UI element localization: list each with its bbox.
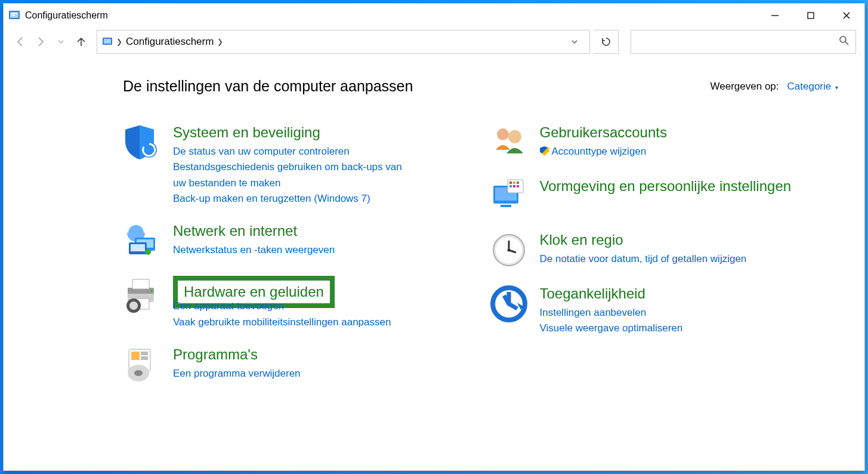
programs-icon [123, 346, 161, 384]
category-programs: Programma's Een programma verwijderen [123, 346, 472, 384]
accessibility-icon [490, 285, 528, 323]
category-title[interactable]: Hardware en geluiden [184, 284, 324, 300]
window-title: Configuratiescherm [25, 10, 108, 21]
category-appearance: Vormgeving en persoonlijke instellingen [490, 177, 839, 216]
printer-icon [123, 276, 161, 314]
svg-point-33 [508, 130, 521, 143]
search-icon[interactable] [839, 35, 850, 48]
category-link[interactable]: De notatie voor datum, tijd of getallen … [540, 251, 784, 267]
svg-rect-43 [517, 185, 519, 187]
category-system-security: Systeem en beveiliging De status van uw … [123, 124, 472, 207]
category-title[interactable]: Systeem en beveiliging [173, 124, 472, 141]
chevron-right-icon[interactable]: ❯ [217, 38, 223, 46]
svg-rect-9 [104, 39, 111, 44]
control-panel-window: Configuratiescherm [3, 3, 865, 471]
svg-point-23 [150, 290, 153, 292]
category-link[interactable]: Bestandsgeschiedenis gebruiken om back-u… [173, 159, 418, 191]
view-by-value[interactable]: Categorie [787, 81, 832, 92]
shield-icon [123, 124, 161, 162]
svg-rect-36 [501, 205, 511, 207]
svg-rect-38 [509, 181, 512, 184]
caret-down-icon: ▾ [835, 84, 838, 91]
svg-point-25 [129, 301, 138, 310]
svg-rect-42 [513, 185, 515, 187]
category-title[interactable]: Gebruikersaccounts [540, 124, 839, 141]
view-by-label: Weergeven op: [711, 81, 779, 93]
category-link[interactable]: Een programma verwijderen [173, 366, 418, 381]
svg-rect-3 [11, 15, 15, 16]
svg-rect-27 [131, 352, 140, 360]
category-link[interactable]: Instellingen aanbevelen [540, 305, 784, 321]
control-panel-app-icon [8, 10, 20, 21]
category-title[interactable]: Toegankelijkheid [540, 285, 839, 303]
close-button[interactable] [829, 4, 864, 27]
titlebar: Configuratiescherm [4, 4, 864, 27]
view-by-selector[interactable]: Weergeven op: Categorie ▾ [711, 81, 838, 93]
category-hardware-sound: Hardware en geluiden Apparaten en printe… [123, 276, 472, 330]
navbar: ❯ Configuratiescherm ❯ [4, 27, 864, 56]
category-link[interactable]: Vaak gebruikte mobiliteitsinstellingen a… [173, 315, 418, 330]
category-accessibility: Toegankelijkheid Instellingen aanbevelen… [490, 285, 839, 337]
category-clock-region: Klok en regio De notatie voor datum, tij… [490, 231, 839, 269]
category-user-accounts: Gebruikersaccounts Accounttype wijzigen [490, 124, 839, 162]
page-title: De instellingen van de computer aanpasse… [123, 78, 413, 95]
clock-icon [490, 231, 528, 269]
svg-rect-5 [808, 13, 814, 19]
category-title[interactable]: Programma's [173, 346, 472, 364]
back-button[interactable] [12, 33, 29, 50]
recent-locations-dropdown[interactable] [52, 33, 69, 50]
address-history-dropdown[interactable] [564, 38, 585, 45]
svg-point-31 [134, 370, 143, 376]
category-link[interactable]: Accounttype wijzigen [540, 144, 784, 159]
minimize-button[interactable] [757, 4, 793, 27]
svg-rect-21 [132, 279, 149, 289]
refresh-button[interactable] [594, 30, 619, 54]
category-link[interactable]: Visuele weergave optimaliseren [540, 321, 784, 336]
svg-point-18 [145, 249, 151, 255]
svg-rect-17 [131, 244, 145, 251]
svg-rect-40 [517, 181, 519, 184]
category-title[interactable]: Klok en regio [540, 231, 839, 249]
address-bar[interactable]: ❯ Configuratiescherm ❯ [97, 30, 590, 54]
svg-point-10 [840, 36, 846, 42]
svg-line-11 [845, 42, 848, 45]
chevron-right-icon[interactable]: ❯ [116, 38, 122, 46]
network-icon [123, 222, 161, 260]
category-link[interactable]: Netwerkstatus en -taken weergeven [173, 242, 418, 258]
appearance-icon [490, 177, 528, 216]
svg-point-48 [507, 249, 510, 252]
search-box[interactable] [631, 30, 856, 54]
category-link[interactable]: Back-up maken en terugzetten (Windows 7) [173, 191, 418, 207]
category-title[interactable]: Vormgeving en persoonlijke instellingen [540, 177, 839, 195]
svg-rect-41 [509, 185, 512, 187]
category-network: Netwerk en internet Netwerkstatus en -ta… [123, 222, 472, 260]
maximize-button[interactable] [793, 4, 829, 27]
search-input[interactable] [637, 36, 839, 47]
category-link[interactable]: De status van uw computer controleren [173, 144, 418, 159]
address-segment[interactable]: Configuratiescherm [126, 36, 214, 48]
forward-button[interactable] [32, 33, 49, 50]
category-title[interactable]: Netwerk en internet [173, 222, 472, 240]
users-icon [490, 124, 528, 162]
svg-point-32 [497, 128, 509, 140]
svg-rect-39 [513, 181, 515, 184]
content-area: De instellingen van de computer aanpasse… [4, 56, 864, 470]
svg-rect-28 [141, 352, 148, 355]
svg-rect-29 [141, 356, 148, 360]
svg-rect-2 [11, 13, 17, 14]
control-panel-addr-icon [102, 36, 113, 47]
up-button[interactable] [73, 33, 89, 50]
